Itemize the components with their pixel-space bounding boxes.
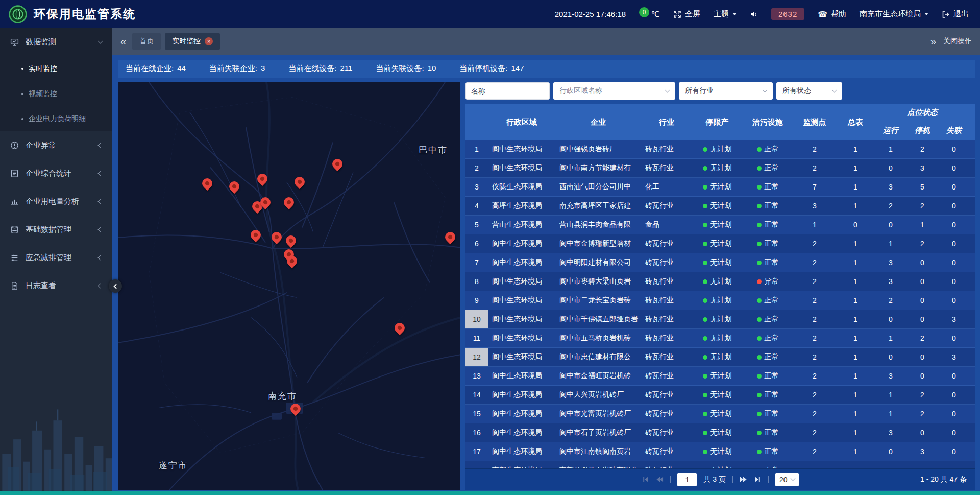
cell-region: 阆中生态环境局 <box>488 367 555 385</box>
cell-index: 6 <box>465 234 488 253</box>
table-row[interactable]: 8 阆中生态环境局 阆中市枣碧大梁山页岩 砖瓦行业 无计划 <box>465 272 975 291</box>
cell-region: 阆中生态环境局 <box>488 442 555 461</box>
cell-facility-text: 正常 <box>765 296 779 305</box>
chevron-down-icon <box>763 87 768 92</box>
cell-lost: 0 <box>938 423 970 442</box>
help-button[interactable]: ☎ 帮助 <box>818 9 846 19</box>
name-filter-input[interactable] <box>465 82 550 100</box>
map-marker-pin-icon <box>270 230 284 244</box>
cell-points: 2 <box>793 442 836 461</box>
cell-limit-text: 无计划 <box>710 428 732 437</box>
table-row[interactable]: 1 阆中生态环境局 阆中强锐页岩砖厂 砖瓦行业 无计划 <box>465 140 975 159</box>
map-panel[interactable]: 巴中市南充市遂宁市 <box>118 82 460 490</box>
industry-filter-value: 所有行业 <box>685 86 759 96</box>
cell-running: 2 <box>875 291 906 310</box>
close-tab-icon[interactable]: × <box>205 37 213 45</box>
status-dot <box>757 393 762 397</box>
cell-facility-text: 正常 <box>765 163 779 173</box>
table-row[interactable]: 9 阆中生态环境局 阆中市二龙长宝页岩砖 砖瓦行业 无计划 <box>465 291 975 310</box>
cell-facility-text: 正常 <box>765 220 779 229</box>
table-row[interactable]: 11 阆中生态环境局 阆中市五马桥页岩机砖 砖瓦行业 无计划 <box>465 329 975 348</box>
page-number-input[interactable]: 1 <box>677 473 697 486</box>
scroll-tabs-right-button[interactable]: » <box>930 36 936 46</box>
cell-points: 2 <box>793 329 836 347</box>
cell-points: 2 <box>793 348 836 366</box>
table-row[interactable]: 7 阆中生态环境局 阆中明阳建材有限公司 砖瓦行业 无计划 <box>465 253 975 272</box>
cell-region: 阆中生态环境局 <box>488 234 555 253</box>
sidebar-item[interactable]: 日志查看 <box>0 272 112 300</box>
sidebar-item[interactable]: 应急减排管理 <box>0 244 112 272</box>
column-header-stopped: 停机 <box>906 121 938 140</box>
sidebar-item[interactable]: 基础数据管理 <box>0 216 112 244</box>
table-row[interactable]: 2 阆中生态环境局 阆中市南方节能建材有 砖瓦行业 无计划 <box>465 159 975 178</box>
cell-meters: 1 <box>836 234 875 253</box>
cell-region: 阆中生态环境局 <box>488 291 555 310</box>
table-row[interactable]: 5 营山生态环境局 营山县润丰肉食品有限 食品 无计划 <box>465 216 975 234</box>
status-dot <box>757 147 762 152</box>
stat-item: 当前在线企业: 44 <box>126 64 186 74</box>
table-row[interactable]: 16 阆中生态环境局 阆中市石子页岩机砖厂 砖瓦行业 无计划 <box>465 423 975 442</box>
logout-button[interactable]: 退出 <box>942 9 969 19</box>
table-row[interactable]: 3 仪陇生态环境局 西南油气田分公司川中 化工 无计划 <box>465 178 975 197</box>
cell-meters: 1 <box>836 386 875 404</box>
sidebar-item[interactable]: 企业异常 <box>0 131 112 159</box>
table-row[interactable]: 14 阆中生态环境局 阆中大兴页岩机砖厂 砖瓦行业 无计划 <box>465 386 975 405</box>
cell-running: 0 <box>875 159 906 177</box>
table-row[interactable]: 6 阆中生态环境局 阆中市金博瑞新型墙材 砖瓦行业 无计划 <box>465 234 975 253</box>
prev-page-button[interactable] <box>656 476 664 483</box>
sidebar-item[interactable]: 实时监控 <box>0 56 112 81</box>
table-row[interactable]: 18 南部生态环境局 南部县双佛页岩砖有限公 砖瓦行业 无计划 <box>465 461 975 468</box>
first-page-button[interactable] <box>642 476 649 483</box>
region-filter-select[interactable]: 行政区域名称 <box>553 82 675 100</box>
table-row[interactable]: 17 阆中生态环境局 阆中市江南镇阆南页岩 砖瓦行业 无计划 <box>465 442 975 461</box>
sidebar-item[interactable]: 数据监测 <box>0 28 112 56</box>
stats-bar: 当前在线企业: 44 当前失联企业: 3 当前在线设备: 211 <box>118 60 975 78</box>
sound-button[interactable] <box>750 10 758 18</box>
last-page-button[interactable] <box>754 476 762 483</box>
industry-filter-select[interactable]: 所有行业 <box>679 82 773 100</box>
table-row[interactable]: 4 高坪生态环境局 南充市高坪区王家店建 砖瓦行业 无计划 <box>465 197 975 216</box>
status-filter-select[interactable]: 所有状态 <box>776 82 842 100</box>
cell-stopped: 0 <box>906 253 938 272</box>
cell-limit-text: 无计划 <box>710 296 732 305</box>
page-size-select[interactable]: 20 <box>775 473 799 486</box>
scroll-tabs-left-button[interactable]: « <box>120 36 126 46</box>
column-header-lost: 失联 <box>938 121 970 140</box>
cell-industry: 砖瓦行业 <box>641 461 692 468</box>
table-row[interactable]: 12 阆中生态环境局 阆中市忠信建材有限公 砖瓦行业 无计划 <box>465 348 975 367</box>
table-row[interactable]: 15 阆中生态环境局 阆中市光富页岩机砖厂 砖瓦行业 无计划 <box>465 405 975 423</box>
cell-industry: 砖瓦行业 <box>641 367 692 385</box>
cell-industry: 砖瓦行业 <box>641 329 692 347</box>
close-operations-button[interactable]: 关闭操作 <box>943 37 972 46</box>
table-header: 行政区域 企业 行业 停限产 治污设施 监测点 总表 点位状态 运行 <box>465 104 975 140</box>
next-page-button[interactable] <box>740 476 747 483</box>
cell-company: 阆中市千佛镇五郎垭页岩 <box>555 310 641 328</box>
page-range-label: 1 - 20 共 47 条 <box>920 475 967 484</box>
workspace: 当前在线企业: 44 当前失联企业: 3 当前在线设备: 211 <box>112 55 980 495</box>
tab[interactable]: 首页 × <box>132 33 161 50</box>
chevron-down-icon <box>832 87 837 92</box>
sidebar-item[interactable]: 企业用电量分析 <box>0 187 112 216</box>
sidebar-item[interactable]: 企业综合统计 <box>0 159 112 187</box>
fullscreen-button[interactable]: 全屏 <box>673 9 700 19</box>
cell-meters: 1 <box>836 159 875 177</box>
tab[interactable]: 实时监控 × <box>165 33 220 50</box>
collapse-map-button[interactable] <box>109 279 122 293</box>
cell-running: 0 <box>875 442 906 461</box>
table-row[interactable]: 10 阆中生态环境局 阆中市千佛镇五郎垭页岩 砖瓦行业 无计划 <box>465 310 975 329</box>
sidebar-item-label: 企业用电量分析 <box>26 197 99 206</box>
cell-limit-text: 无计划 <box>710 390 732 399</box>
map-marker-pin-icon <box>292 175 307 189</box>
status-dot <box>757 166 762 171</box>
sidebar-item[interactable]: 企业电力负荷明细 <box>0 106 112 131</box>
app-root: 环保用电监管系统 2021-02-25 17:46:18 0 ℃ 全屏 主题 2… <box>0 0 980 495</box>
theme-dropdown[interactable]: 主题 <box>714 9 737 19</box>
cell-facility: 正常 <box>742 140 793 158</box>
sidebar-item[interactable]: 视频监控 <box>0 81 112 106</box>
alert-count-badge[interactable]: 2632 <box>771 8 804 20</box>
log-icon <box>10 281 19 291</box>
org-dropdown[interactable]: 南充市生态环境局 <box>860 9 928 19</box>
table-row[interactable]: 13 阆中生态环境局 阆中市金福旺页岩机砖 砖瓦行业 无计划 <box>465 367 975 386</box>
cell-lost: 0 <box>938 234 970 253</box>
org-name: 南充市生态环境局 <box>860 9 921 19</box>
